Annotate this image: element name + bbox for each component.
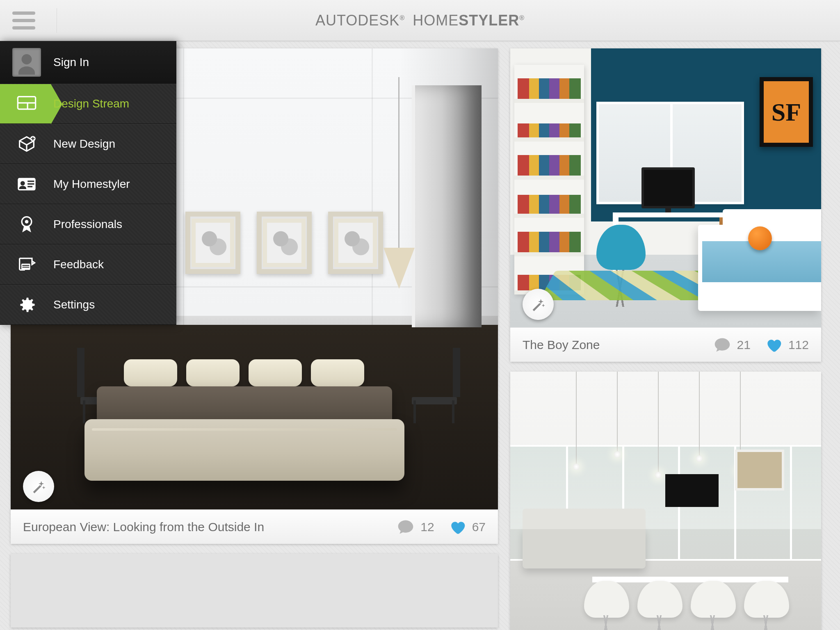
gear-icon xyxy=(16,294,37,315)
svg-point-10 xyxy=(25,220,29,224)
nav-label: Feedback xyxy=(53,258,104,271)
scene-sofa xyxy=(523,527,646,568)
scene-bookshelf xyxy=(514,65,584,294)
avatar-icon xyxy=(12,48,41,77)
heart-icon xyxy=(765,336,783,354)
app-header: AUTODESK® HOMESTYLER® xyxy=(0,0,840,41)
card-image xyxy=(510,372,821,630)
design-stream-icon xyxy=(16,93,37,114)
magic-wand-button[interactable] xyxy=(523,289,554,320)
feedback-icon xyxy=(16,254,37,275)
nav-drawer: Sign In Design Stream New Design xyxy=(0,41,176,325)
award-ribbon-icon xyxy=(16,214,37,235)
comment-stat[interactable]: 12 xyxy=(397,518,434,536)
nav-label: Sign In xyxy=(53,56,89,69)
card-image: SF xyxy=(510,48,821,327)
svg-rect-6 xyxy=(27,180,34,182)
brand-product-a: HOME xyxy=(413,12,459,29)
like-stat[interactable]: 67 xyxy=(448,518,486,536)
nav-signin[interactable]: Sign In xyxy=(0,41,176,84)
scene-pendant-lamp xyxy=(398,77,399,249)
nav-item-new-design[interactable]: New Design xyxy=(0,124,176,164)
brand-company: AUTODESK xyxy=(315,12,399,29)
svg-point-5 xyxy=(21,181,25,185)
magic-wand-icon xyxy=(530,296,546,313)
nav-label: Design Stream xyxy=(53,97,129,110)
scene-art-frames xyxy=(185,212,383,274)
scene-poster: SF xyxy=(760,77,813,147)
comment-count: 21 xyxy=(737,338,751,352)
svg-rect-11 xyxy=(21,264,30,270)
scene-bed xyxy=(84,345,404,493)
nav-item-design-stream[interactable]: Design Stream xyxy=(0,84,176,124)
design-card-boyzone[interactable]: SF xyxy=(510,48,821,362)
like-count: 112 xyxy=(788,338,809,352)
nav-label: Settings xyxy=(53,298,95,311)
nav-item-professionals[interactable]: Professionals xyxy=(0,204,176,244)
nav-item-feedback[interactable]: Feedback xyxy=(0,244,176,285)
svg-rect-7 xyxy=(27,183,34,185)
nav-item-my-homestyler[interactable]: My Homestyler xyxy=(0,164,176,204)
nav-item-settings[interactable]: Settings xyxy=(0,285,176,325)
comment-icon xyxy=(713,336,731,354)
card-footer: The Boy Zone 21 112 xyxy=(510,327,821,362)
card-title: European View: Looking from the Outside … xyxy=(23,520,383,534)
scene-wall-art xyxy=(735,450,784,491)
comment-count: 12 xyxy=(420,520,434,534)
profile-card-icon xyxy=(16,173,37,195)
card-title: The Boy Zone xyxy=(523,338,699,352)
scene-doorway xyxy=(412,85,482,327)
card-image xyxy=(11,554,498,628)
new-design-icon xyxy=(16,133,37,155)
svg-rect-8 xyxy=(27,186,32,187)
magic-wand-icon xyxy=(30,478,47,495)
scene-monitor xyxy=(641,167,695,208)
nav-label: My Homestyler xyxy=(53,178,130,191)
nav-label: Professionals xyxy=(53,218,122,231)
menu-hamburger-icon[interactable] xyxy=(12,4,45,37)
nav-label: New Design xyxy=(53,137,115,151)
header-divider xyxy=(57,8,57,33)
scene-chair-right xyxy=(404,345,465,423)
scene-tv xyxy=(665,474,719,507)
like-count: 67 xyxy=(472,520,486,534)
brand-logo: AUTODESK® HOMESTYLER® xyxy=(315,12,525,29)
heart-icon xyxy=(448,518,466,536)
brand-product-b: STYLER xyxy=(459,12,519,29)
card-footer: European View: Looking from the Outside … xyxy=(11,509,498,544)
comment-stat[interactable]: 21 xyxy=(713,336,751,354)
design-card-peek-left[interactable] xyxy=(11,554,498,628)
scene-basketball xyxy=(748,226,772,250)
column-right: SF xyxy=(510,48,821,623)
like-stat[interactable]: 112 xyxy=(765,336,809,354)
scene-bed xyxy=(698,225,821,311)
comment-icon xyxy=(397,518,415,536)
magic-wand-button[interactable] xyxy=(23,471,54,502)
design-card-modern[interactable] xyxy=(510,372,821,630)
